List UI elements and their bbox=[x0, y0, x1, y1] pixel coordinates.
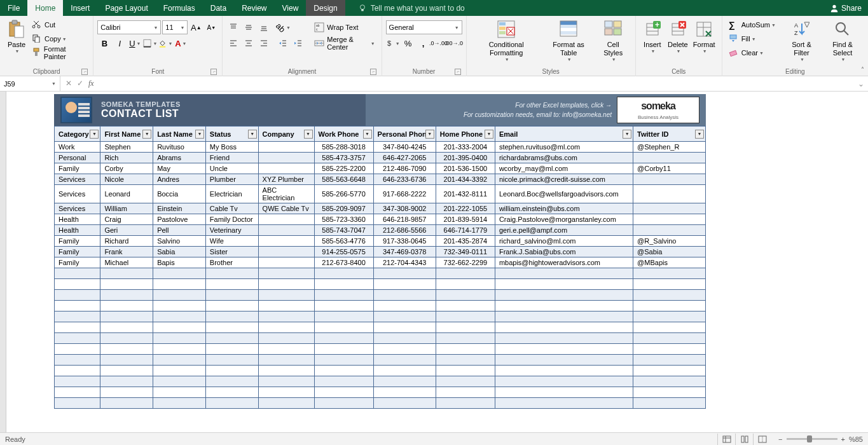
cell[interactable] bbox=[153, 344, 206, 355]
cell[interactable]: Family Doctor bbox=[205, 214, 258, 225]
cell[interactable]: Friend bbox=[205, 153, 258, 163]
cell[interactable]: Family bbox=[55, 247, 100, 257]
cell[interactable]: Uncle bbox=[205, 163, 258, 174]
cell[interactable]: Services bbox=[55, 203, 100, 214]
cell[interactable] bbox=[153, 355, 206, 366]
cell[interactable]: 201-435-2874 bbox=[436, 236, 495, 247]
cell[interactable]: @Sabia bbox=[633, 247, 706, 257]
cell[interactable]: QWE Cable Tv bbox=[258, 203, 314, 214]
filter-dropdown[interactable]: ▼ bbox=[623, 130, 631, 139]
cell[interactable] bbox=[314, 301, 373, 312]
cell[interactable] bbox=[258, 279, 314, 290]
cell[interactable] bbox=[373, 312, 436, 322]
cell[interactable] bbox=[258, 376, 314, 387]
font-color-button[interactable]: A▼ bbox=[174, 36, 188, 50]
cell[interactable] bbox=[314, 344, 373, 355]
tab-home[interactable]: Home bbox=[27, 0, 63, 16]
cell[interactable] bbox=[258, 344, 314, 355]
cell[interactable]: 212-686-5566 bbox=[373, 225, 436, 236]
cell[interactable] bbox=[633, 301, 706, 312]
decrease-font-button[interactable]: A▼ bbox=[204, 20, 218, 34]
cell[interactable] bbox=[633, 290, 706, 301]
cell[interactable] bbox=[436, 322, 495, 333]
cell[interactable] bbox=[55, 301, 100, 312]
cell[interactable]: 585-288-3018 bbox=[314, 142, 373, 153]
cell[interactable]: Services bbox=[55, 185, 100, 203]
cell[interactable]: Veterinary bbox=[205, 225, 258, 236]
cell-styles-button[interactable]: Cell Styles▼ bbox=[595, 18, 631, 64]
cell[interactable] bbox=[55, 312, 100, 322]
cell[interactable] bbox=[436, 301, 495, 312]
tab-review[interactable]: Review bbox=[234, 0, 274, 16]
cell[interactable]: Salvino bbox=[153, 236, 206, 247]
cell[interactable]: stephen.ruvituso@ml.com bbox=[495, 142, 633, 153]
cell[interactable] bbox=[495, 322, 633, 333]
cell[interactable] bbox=[633, 214, 706, 225]
cell[interactable]: 732-662-2299 bbox=[436, 257, 495, 268]
column-header[interactable]: Email▼ bbox=[495, 127, 633, 142]
column-header[interactable]: Status▼ bbox=[205, 127, 258, 142]
paste-button[interactable]: Paste▼ bbox=[4, 18, 29, 56]
cell[interactable] bbox=[633, 355, 706, 366]
normal-view-button[interactable] bbox=[717, 434, 735, 445]
cell[interactable]: 201-432-8111 bbox=[436, 185, 495, 203]
cell[interactable]: 212-486-7090 bbox=[373, 163, 436, 174]
cell[interactable] bbox=[495, 301, 633, 312]
cell[interactable]: Einstein bbox=[153, 203, 206, 214]
cell[interactable] bbox=[495, 387, 633, 398]
cell[interactable]: 732-349-0111 bbox=[436, 247, 495, 257]
cell[interactable]: @Stephen_R bbox=[633, 142, 706, 153]
cell[interactable]: 646-233-6736 bbox=[373, 174, 436, 185]
cell[interactable]: 585-266-5770 bbox=[314, 185, 373, 203]
table-row[interactable] bbox=[55, 279, 706, 290]
cell[interactable] bbox=[205, 376, 258, 387]
cell[interactable] bbox=[373, 333, 436, 344]
collapse-ribbon-button[interactable]: ˄ bbox=[861, 66, 864, 73]
find-select-button[interactable]: Find & Select▼ bbox=[821, 18, 864, 64]
fill-color-button[interactable]: ▼ bbox=[158, 36, 172, 50]
cell[interactable]: 201-839-5914 bbox=[436, 214, 495, 225]
cell[interactable]: richardabrams@ubs.com bbox=[495, 153, 633, 163]
cell[interactable] bbox=[258, 214, 314, 225]
cell[interactable]: Family bbox=[55, 257, 100, 268]
cell[interactable]: Family bbox=[55, 236, 100, 247]
cell[interactable]: 917-338-0645 bbox=[373, 236, 436, 247]
cell[interactable]: Leonard bbox=[100, 185, 153, 203]
cell[interactable] bbox=[153, 312, 206, 322]
cell[interactable]: Leonard.Boc@wellsfargoadvisors.com bbox=[495, 185, 633, 203]
format-cells-button[interactable]: Format▼ bbox=[691, 18, 718, 56]
cell[interactable] bbox=[205, 279, 258, 290]
cell[interactable]: Plumber bbox=[205, 174, 258, 185]
number-format-select[interactable]: General▼ bbox=[386, 20, 462, 34]
cell[interactable] bbox=[373, 366, 436, 376]
cell[interactable] bbox=[373, 376, 436, 387]
cell[interactable] bbox=[55, 355, 100, 366]
cell[interactable] bbox=[205, 387, 258, 398]
cell[interactable] bbox=[495, 398, 633, 409]
table-row[interactable]: WorkStephenRuvitusoMy Boss585-288-301834… bbox=[55, 142, 706, 153]
tab-formulas[interactable]: Formulas bbox=[156, 0, 203, 16]
cell[interactable]: 212-673-8400 bbox=[314, 257, 373, 268]
cell[interactable]: 201-434-3392 bbox=[436, 174, 495, 185]
cell[interactable]: XYZ Plumber bbox=[258, 174, 314, 185]
cell[interactable] bbox=[373, 322, 436, 333]
table-row[interactable]: ServicesWilliamEinsteinCable TvQWE Cable… bbox=[55, 203, 706, 214]
cell[interactable]: 201-222-1055 bbox=[436, 203, 495, 214]
cell[interactable] bbox=[205, 366, 258, 376]
cell[interactable] bbox=[258, 322, 314, 333]
cell[interactable] bbox=[153, 333, 206, 344]
decrease-decimal-button[interactable]: .00→.0 bbox=[447, 36, 461, 50]
align-top-button[interactable] bbox=[226, 20, 240, 34]
cell[interactable]: Electrician bbox=[205, 185, 258, 203]
cell[interactable] bbox=[205, 333, 258, 344]
share-button[interactable]: Share bbox=[830, 4, 862, 13]
align-right-button[interactable] bbox=[257, 36, 271, 50]
cell[interactable] bbox=[153, 366, 206, 376]
worksheet-area[interactable]: SOMEKA TEMPLATES CONTACT LIST For other … bbox=[6, 92, 868, 432]
cell[interactable] bbox=[495, 366, 633, 376]
font-size-select[interactable]: 11▼ bbox=[162, 20, 188, 34]
cell[interactable] bbox=[436, 312, 495, 322]
cell[interactable] bbox=[633, 153, 706, 163]
page-layout-view-button[interactable] bbox=[735, 434, 753, 445]
cell[interactable] bbox=[633, 279, 706, 290]
